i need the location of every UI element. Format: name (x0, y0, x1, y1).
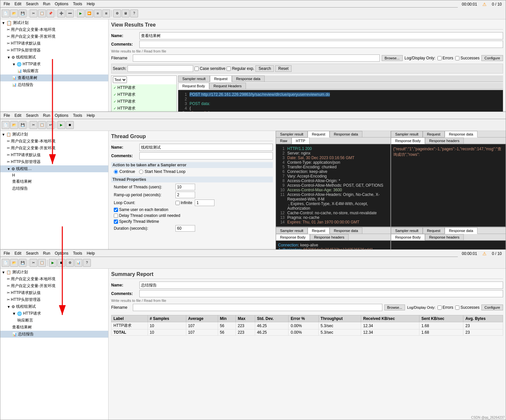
tree-item-summary-m[interactable]: 总结报告 (0, 185, 108, 192)
regular-exp-checkbox-top[interactable] (227, 67, 231, 71)
reset-btn-top[interactable]: Reset (275, 65, 291, 72)
tab-request-body-top[interactable]: Request Body (178, 83, 209, 89)
menu-tools-b[interactable]: Tools (71, 250, 84, 256)
btn-run-all[interactable]: ⏩ (85, 10, 93, 17)
infinite-checkbox[interactable] (175, 201, 180, 205)
comments-input-bottom[interactable] (139, 290, 503, 297)
menu-file[interactable]: File (2, 1, 12, 7)
errors-check-top[interactable]: Errors (437, 56, 454, 60)
menu-edit[interactable]: Edit (12, 1, 23, 7)
http-req-4[interactable]: ✓ HTTP请求 (111, 105, 176, 112)
menu-file-b[interactable]: File (2, 250, 12, 256)
btn-cut-m[interactable]: ✂ (30, 121, 37, 129)
btn-stop-b[interactable]: ⏹ (57, 259, 65, 267)
menu-tools[interactable]: Tools (71, 1, 84, 7)
tree-item-view-results[interactable]: 📊 查看结果树 (0, 74, 108, 81)
duration-input[interactable] (175, 225, 195, 232)
tree-item-plan-m[interactable]: ▼ 📋 测试计划 (0, 131, 108, 138)
tree-item-plan[interactable]: ▼ 📋 测试计划 (0, 19, 108, 26)
loop-input[interactable] (195, 200, 214, 206)
infinite-check[interactable]: Infinite (175, 200, 192, 205)
tree-item-thread-group-m[interactable]: ▼ ⚙ 线程组… (0, 165, 108, 172)
errors-checkbox-bottom[interactable] (437, 305, 442, 310)
tab-request-2[interactable]: Request (423, 131, 445, 137)
tree-item-view-results-b[interactable]: 查看结果树 (0, 324, 108, 331)
btn-report-b[interactable]: 📊 (74, 259, 82, 267)
btn-run-b[interactable]: ▶ (49, 259, 57, 267)
btn-stop-all[interactable]: ⏹ (102, 10, 110, 17)
btn-open-b[interactable]: 📂 (10, 259, 18, 267)
tree-item-dev-var[interactable]: ✂ 用户自定义变量-开发环境 (0, 33, 108, 40)
menu-options[interactable]: Options (53, 1, 70, 7)
menu-options-m[interactable]: Options (53, 113, 70, 118)
tree-item-response-assert[interactable]: 📊 响应断言 (0, 68, 108, 74)
num-threads-input[interactable] (175, 184, 195, 190)
tree-item-thread-group[interactable]: ▼ ⚙ 线程组测试 (0, 54, 108, 61)
menu-run[interactable]: Run (41, 1, 52, 7)
tab-request-3[interactable]: Request (308, 227, 330, 234)
tree-item-http-req[interactable]: ▼ 🌐 HTTP请求 (0, 61, 108, 68)
menu-help[interactable]: Help (85, 1, 97, 7)
tree-item-http-req-default-m[interactable]: ✂ HTTP请求默认值 (0, 152, 108, 158)
btn-stop-m[interactable]: ⏺ (66, 121, 74, 129)
comments-input-top[interactable] (139, 41, 503, 48)
tree-item-http-header-m[interactable]: ✂ HTTP头部管理器 (0, 158, 108, 165)
tab-response-data-top[interactable]: Response data (232, 75, 265, 82)
errors-check-bottom[interactable]: Errors (437, 305, 454, 310)
tab-sampler-2[interactable]: Sampler result (391, 131, 423, 137)
tree-item-local-var[interactable]: ✂ 用户自定义变量-本地环境 (0, 26, 108, 33)
case-sensitive-checkbox-top[interactable] (194, 67, 199, 71)
tab-request-1[interactable]: Request (308, 131, 330, 137)
filename-input-bottom[interactable] (133, 304, 382, 311)
menu-run-b[interactable]: Run (41, 250, 52, 256)
tab-response-2[interactable]: Response data (445, 131, 477, 137)
menu-search[interactable]: Search (24, 1, 40, 7)
specify-lifetime-check[interactable]: Specify Thread lifetime (114, 219, 159, 224)
successes-check-top[interactable]: Successes (455, 56, 479, 60)
tree-item-summary[interactable]: 📊 总结报告 (0, 81, 108, 88)
menu-edit-b[interactable]: Edit (12, 250, 23, 256)
tab-response-1[interactable]: Response data (330, 131, 362, 137)
successes-checkbox-top[interactable] (455, 56, 459, 60)
configure-btn-top[interactable]: Configure (481, 55, 503, 61)
comments-input-tg[interactable] (139, 152, 273, 159)
menu-options-b[interactable]: Options (53, 250, 70, 256)
tab-http-1[interactable]: HTTP (292, 137, 310, 144)
tree-item-thread-group-b[interactable]: ▼ ⚙ 线程组测试 (0, 303, 108, 310)
btn-stop[interactable]: ⏺ (94, 10, 102, 17)
specify-lifetime-checkbox[interactable] (114, 220, 118, 224)
tab-raw-1[interactable]: Raw (276, 137, 292, 144)
btn-settings-b[interactable]: ⚙ (66, 259, 74, 267)
case-sensitive-label-top[interactable]: Case sensitive (194, 66, 225, 71)
tab-response-3[interactable]: Response data (330, 227, 362, 234)
same-user-check[interactable]: Same user on each iteration (114, 207, 168, 212)
btn-new[interactable]: 📄 (2, 10, 10, 17)
start-next-radio[interactable]: Start Next Thread Loop (139, 169, 186, 174)
btn-remote[interactable]: 🖥 (122, 10, 130, 17)
tree-item-http-default[interactable]: ✂ HTTP请求默认值 (0, 40, 108, 47)
tab-request-4[interactable]: Request (423, 227, 445, 234)
tab-sampler-1[interactable]: Sampler result (276, 131, 308, 137)
tree-item-dev-var-m[interactable]: ✂ 用户自定义变量-开发环境 (0, 145, 108, 152)
regular-exp-label-top[interactable]: Regular exp. (227, 66, 254, 71)
browse-btn-top[interactable]: Browse... (382, 55, 403, 61)
tab-request-top[interactable]: Request (210, 75, 232, 82)
tab-response-body-2[interactable]: Response Body (391, 137, 425, 144)
menu-help-b[interactable]: Help (85, 250, 97, 256)
menu-run-m[interactable]: Run (41, 113, 52, 118)
tree-item-view-m[interactable]: 查看结果树 (0, 178, 108, 185)
tab-sampler-result-top[interactable]: Sampler result (178, 75, 210, 82)
tab-response-headers-4[interactable]: Response headers (425, 234, 464, 240)
continue-radio[interactable]: Continue (114, 169, 135, 174)
tab-sampler-3[interactable]: Sampler result (276, 227, 308, 234)
tab-response-headers-3[interactable]: Response headers (310, 234, 349, 240)
btn-help-b[interactable]: ? (83, 259, 91, 267)
rampup-input[interactable] (175, 192, 195, 198)
tree-item-http-default-b[interactable]: ✂ HTTP请求默认值 (0, 289, 108, 296)
tab-response-body-3[interactable]: Response Body (276, 234, 310, 241)
menu-help-m[interactable]: Help (85, 113, 97, 118)
name-input-bottom[interactable] (139, 282, 503, 289)
tree-item-local-var-m[interactable]: ✂ 用户自定义变量-本地环境 (0, 138, 108, 145)
menu-edit-m[interactable]: Edit (12, 113, 23, 118)
btn-new-b[interactable]: 📄 (2, 259, 10, 267)
